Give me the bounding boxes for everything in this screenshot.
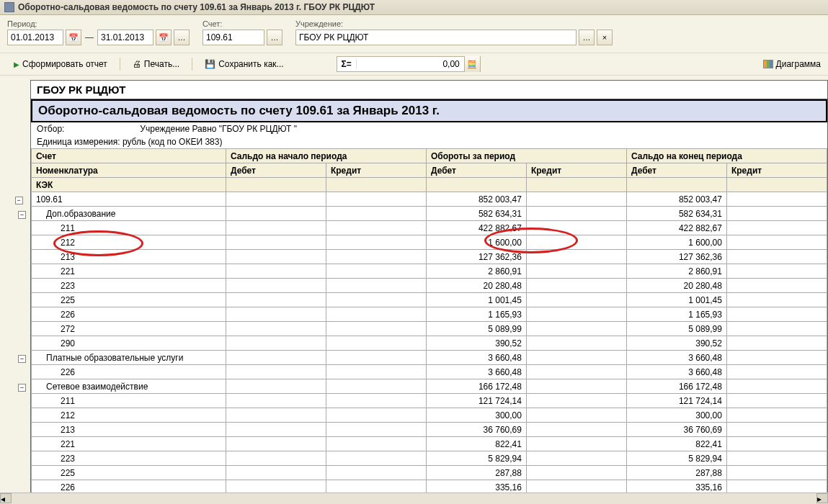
table-row[interactable]: 225287,88287,88 [32, 466, 827, 480]
save-as-button[interactable]: 💾 Сохранить как... [198, 56, 290, 72]
org-label: Учреждение: [295, 19, 613, 28]
table-row[interactable]: 211121 724,14121 724,14 [32, 394, 827, 408]
cell [326, 437, 426, 451]
org-clear-button[interactable]: × [597, 30, 613, 45]
tree-toggle[interactable]: − [18, 211, 26, 219]
sum-calc-icon[interactable]: 🧮 [464, 56, 480, 72]
period-label: Период: [7, 19, 190, 28]
printer-icon: 🖨 [133, 59, 141, 69]
row-name: 221 [32, 264, 226, 279]
cell [526, 207, 626, 221]
cell [726, 336, 827, 351]
org-more-button[interactable]: … [579, 30, 595, 45]
cell: 2 860,91 [626, 264, 726, 279]
calendar-icon[interactable]: 📅 [66, 30, 81, 45]
table-row[interactable]: 290390,52390,52 [32, 336, 827, 351]
calendar-icon[interactable]: 📅 [156, 30, 172, 45]
row-name: 211 [32, 394, 226, 408]
dash: — [85, 32, 94, 42]
cell: 20 280,48 [426, 279, 526, 293]
row-name: Доп.образование [32, 207, 226, 221]
cell [726, 235, 827, 250]
save-as-label: Сохранить как... [218, 59, 283, 69]
cell: 3 660,48 [426, 351, 526, 365]
cell: 390,52 [626, 336, 726, 351]
cell [326, 235, 426, 250]
table-row[interactable]: Платные образовательные услуги3 660,483 … [32, 351, 827, 365]
scroll-right-icon[interactable]: ▸ [816, 493, 828, 503]
account-label: Счет: [202, 19, 282, 28]
hdr-debit: Дебет [626, 163, 726, 178]
row-name: 223 [32, 451, 226, 466]
title-bar: Оборотно-сальдовая ведомость по счету 10… [0, 0, 828, 15]
table-row[interactable]: Сетевое взаимодействие166 172,48166 172,… [32, 379, 827, 394]
table-row[interactable]: 212300,00300,00 [32, 408, 827, 423]
unit-line: Единица измерения: рубль (код по ОКЕИ 38… [31, 135, 827, 148]
cell [326, 408, 426, 423]
row-name: Сетевое взаимодействие [32, 379, 226, 394]
cell: 1 600,00 [626, 235, 726, 250]
cell [326, 250, 426, 264]
row-name: 221 [32, 437, 226, 451]
cell: 36 760,69 [426, 423, 526, 437]
cell [526, 307, 626, 322]
cell: 287,88 [426, 466, 526, 480]
period-group: Период: 📅 — 📅 … [7, 19, 190, 45]
cell [726, 466, 827, 480]
row-name: 226 [32, 365, 226, 379]
org-input[interactable] [295, 30, 577, 45]
tree-toggle[interactable]: − [18, 355, 26, 363]
print-button[interactable]: 🖨 Печать... [126, 56, 186, 72]
diagram-label: Диаграмма [776, 59, 821, 69]
table-row[interactable]: 213127 362,36127 362,36 [32, 250, 827, 264]
table-row[interactable]: 109.61852 003,47852 003,47 [32, 192, 827, 207]
table-row[interactable]: 211422 882,67422 882,67 [32, 221, 827, 235]
tree-toggle[interactable]: − [18, 384, 26, 392]
diagram-button[interactable]: Диаграмма [763, 59, 821, 69]
cell [226, 423, 326, 437]
table-row[interactable]: 2261 165,931 165,93 [32, 307, 827, 322]
table-row[interactable]: 21336 760,6936 760,69 [32, 423, 827, 437]
table-row[interactable]: 2725 089,995 089,99 [32, 322, 827, 336]
table-row[interactable]: 221822,41822,41 [32, 437, 827, 451]
filter-text: Учреждение Равно "ГБОУ РК РЦДЮТ " [140, 124, 297, 134]
cell [226, 394, 326, 408]
cell [526, 235, 626, 250]
table-row[interactable]: 2235 829,945 829,94 [32, 451, 827, 466]
cell: 287,88 [626, 466, 726, 480]
hdr-nomenclature: Номенклатура [32, 163, 226, 178]
cell [526, 293, 626, 307]
table-row[interactable]: Доп.образование582 634,31582 634,31 [32, 207, 827, 221]
row-name: 212 [32, 235, 226, 250]
table-row[interactable]: 22320 280,4820 280,48 [32, 279, 827, 293]
table-row[interactable]: 2251 001,451 001,45 [32, 293, 827, 307]
toolbar-sep [192, 58, 192, 71]
cell [326, 365, 426, 379]
table-row[interactable]: 2263 660,483 660,48 [32, 365, 827, 379]
cell [326, 394, 426, 408]
cell [726, 351, 827, 365]
generate-button[interactable]: ▶ Сформировать отчет [7, 56, 114, 72]
report-org: ГБОУ РК РЦДЮТ [31, 81, 827, 99]
cell [326, 451, 426, 466]
account-input[interactable] [202, 30, 264, 45]
cell: 1 600,00 [426, 235, 526, 250]
row-name: 213 [32, 423, 226, 437]
cell [326, 423, 426, 437]
date-to-input[interactable] [97, 30, 153, 45]
cell [326, 221, 426, 235]
row-name: 226 [32, 307, 226, 322]
table-row[interactable]: 2121 600,001 600,00 [32, 235, 827, 250]
h-scrollbar[interactable]: ◂ ▸ [0, 492, 828, 504]
table-row[interactable]: 2212 860,912 860,91 [32, 264, 827, 279]
period-more-button[interactable]: … [174, 30, 190, 45]
cell: 127 362,36 [626, 250, 726, 264]
window-title: Оборотно-сальдовая ведомость по счету 10… [18, 2, 375, 12]
cell [526, 379, 626, 394]
cell: 5 089,99 [626, 322, 726, 336]
scroll-left-icon[interactable]: ◂ [0, 493, 12, 503]
date-from-input[interactable] [7, 30, 63, 45]
account-more-button[interactable]: … [267, 30, 282, 45]
tree-toggle[interactable]: − [15, 197, 23, 204]
hdr-credit: Кредит [326, 163, 426, 178]
